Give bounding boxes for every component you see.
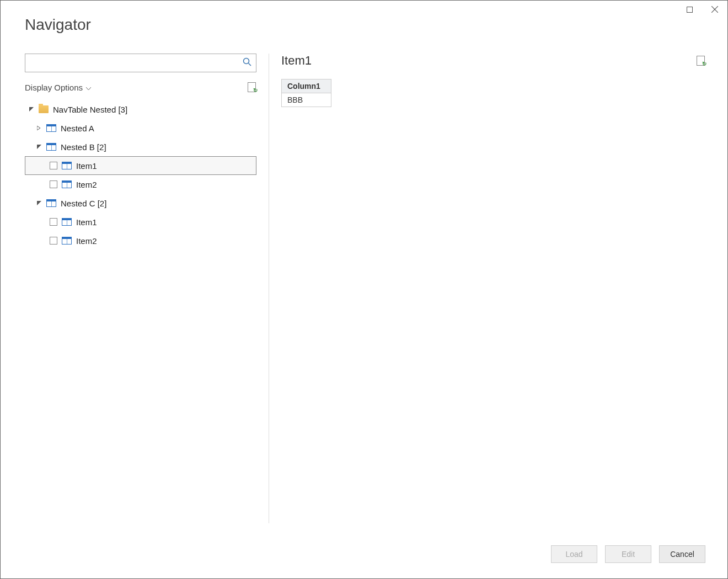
tree-label: Nested C [2]: [61, 199, 106, 208]
edit-button[interactable]: Edit: [605, 545, 651, 563]
search-box[interactable]: [25, 54, 256, 72]
preview-pane: Item1 Column1 BBB: [281, 54, 705, 523]
display-options-dropdown[interactable]: Display Options: [25, 83, 91, 92]
footer-buttons: Load Edit Cancel: [551, 545, 705, 563]
tree-item-nested-b[interactable]: Nested B [2]: [25, 137, 256, 156]
tree-label: Item1: [76, 161, 97, 171]
table-icon: [62, 162, 72, 169]
tree-root-navtable[interactable]: NavTable Nested [3]: [25, 100, 256, 119]
preview-refresh-button[interactable]: [697, 56, 705, 66]
tree-label: Nested A: [61, 124, 94, 133]
checkbox[interactable]: [50, 162, 57, 169]
expander-collapse-icon[interactable]: [36, 144, 42, 150]
table-cell: BBB: [282, 93, 331, 107]
column-header[interactable]: Column1: [282, 79, 331, 93]
navigator-tree: NavTable Nested [3] Nested A Nested B [2…: [25, 100, 256, 250]
tree-label: Item2: [76, 236, 97, 246]
tree-item-nested-c-item2[interactable]: Item2: [25, 231, 256, 250]
tree-item-nested-c[interactable]: Nested C [2]: [25, 194, 256, 213]
maximize-button[interactable]: [677, 1, 702, 18]
svg-point-3: [244, 59, 249, 64]
file-refresh-icon: [697, 56, 705, 66]
table-icon: [62, 237, 72, 245]
table-icon: [46, 124, 56, 132]
svg-line-4: [249, 63, 251, 66]
tree-label: Item2: [76, 180, 97, 189]
navigator-pane: Display Options NavTable Nested [3]: [25, 54, 256, 523]
divider: [269, 54, 269, 523]
search-icon[interactable]: [243, 57, 251, 68]
preview-table: Column1 BBB: [281, 79, 331, 107]
expander-expand-icon[interactable]: [36, 125, 42, 131]
tree-item-nested-a[interactable]: Nested A: [25, 119, 256, 137]
checkbox[interactable]: [50, 180, 57, 188]
table-icon: [46, 199, 56, 207]
close-button[interactable]: [702, 1, 727, 18]
table-icon: [62, 218, 72, 226]
checkbox[interactable]: [50, 218, 57, 226]
refresh-button[interactable]: [248, 82, 256, 92]
window-title: Navigator: [25, 16, 91, 34]
file-refresh-icon: [248, 82, 256, 92]
tree-label: Item1: [76, 217, 97, 227]
expander-collapse-icon[interactable]: [36, 200, 42, 206]
tree-item-nested-c-item1[interactable]: Item1: [25, 213, 256, 231]
tree-item-nested-b-item1[interactable]: Item1: [25, 156, 256, 175]
load-button[interactable]: Load: [551, 545, 597, 563]
tree-item-nested-b-item2[interactable]: Item2: [25, 175, 256, 194]
cancel-button[interactable]: Cancel: [659, 545, 705, 563]
tree-label: Nested B [2]: [61, 142, 106, 152]
preview-title: Item1: [281, 54, 312, 68]
table-row[interactable]: BBB: [282, 93, 331, 107]
folder-icon: [39, 105, 49, 113]
checkbox[interactable]: [50, 237, 57, 245]
chevron-down-icon: [86, 83, 91, 92]
expander-collapse-icon[interactable]: [29, 107, 34, 112]
table-icon: [62, 180, 72, 188]
table-icon: [46, 143, 56, 151]
display-options-label: Display Options: [25, 83, 83, 92]
tree-label: NavTable Nested [3]: [53, 105, 127, 114]
svg-rect-0: [687, 7, 692, 12]
search-input[interactable]: [30, 59, 243, 68]
